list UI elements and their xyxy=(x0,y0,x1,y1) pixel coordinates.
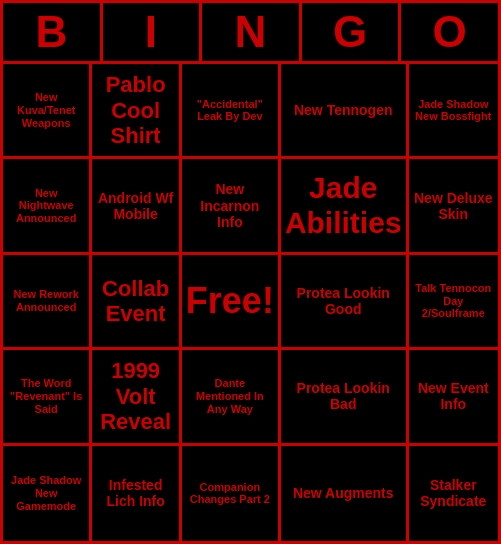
bingo-cell-7[interactable]: New Incarnon Info xyxy=(182,159,281,254)
bingo-header: BINGO xyxy=(3,3,498,64)
bingo-cell-16[interactable]: 1999 Volt Reveal xyxy=(92,350,181,445)
bingo-cell-3[interactable]: New Tennogen xyxy=(281,64,409,159)
bingo-cell-0[interactable]: New Kuva/Tenet Weapons xyxy=(3,64,92,159)
bingo-grid: New Kuva/Tenet WeaponsPablo Cool Shirt"A… xyxy=(3,64,498,541)
bingo-cell-23[interactable]: New Augments xyxy=(281,446,409,541)
header-letter-o: O xyxy=(401,3,498,61)
bingo-cell-17[interactable]: Dante Mentioned In Any Way xyxy=(182,350,281,445)
bingo-cell-22[interactable]: Companion Changes Part 2 xyxy=(182,446,281,541)
bingo-cell-6[interactable]: Android Wf Mobile xyxy=(92,159,181,254)
bingo-cell-4[interactable]: Jade Shadow New Bossfight xyxy=(409,64,498,159)
bingo-cell-20[interactable]: Jade Shadow New Gamemode xyxy=(3,446,92,541)
bingo-cell-8[interactable]: Jade Abilities xyxy=(281,159,409,254)
bingo-cell-2[interactable]: "Accidental" Leak By Dev xyxy=(182,64,281,159)
bingo-cell-13[interactable]: Protea Lookin Good xyxy=(281,255,409,350)
bingo-cell-12[interactable]: Free! xyxy=(182,255,281,350)
bingo-cell-14[interactable]: Talk Tennocon Day 2/Soulframe xyxy=(409,255,498,350)
bingo-cell-15[interactable]: The Word "Revenant" Is Said xyxy=(3,350,92,445)
bingo-cell-19[interactable]: New Event Info xyxy=(409,350,498,445)
bingo-cell-5[interactable]: New Nightwave Announced xyxy=(3,159,92,254)
bingo-cell-21[interactable]: Infested Lich Info xyxy=(92,446,181,541)
bingo-cell-18[interactable]: Protea Lookin Bad xyxy=(281,350,409,445)
header-letter-i: I xyxy=(103,3,203,61)
header-letter-b: B xyxy=(3,3,103,61)
bingo-cell-9[interactable]: New Deluxe Skin xyxy=(409,159,498,254)
bingo-cell-11[interactable]: Collab Event xyxy=(92,255,181,350)
bingo-cell-1[interactable]: Pablo Cool Shirt xyxy=(92,64,181,159)
bingo-card: BINGO New Kuva/Tenet WeaponsPablo Cool S… xyxy=(0,0,501,544)
header-letter-g: G xyxy=(302,3,402,61)
header-letter-n: N xyxy=(202,3,302,61)
bingo-cell-24[interactable]: Stalker Syndicate xyxy=(409,446,498,541)
bingo-cell-10[interactable]: New Rework Announced xyxy=(3,255,92,350)
